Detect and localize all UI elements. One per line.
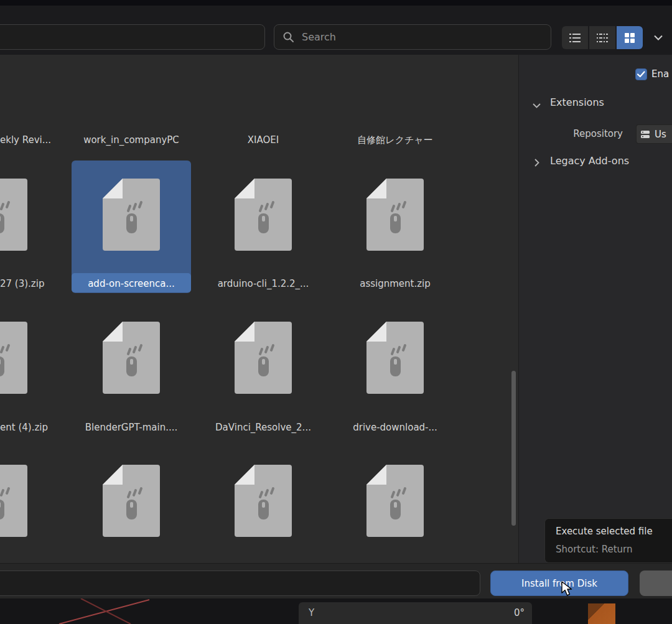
zip-file-icon[interactable]: [101, 177, 161, 252]
repository-label: Repository: [532, 129, 623, 139]
chevron-down-icon: [533, 103, 541, 108]
filename-input[interactable]: [0, 570, 480, 596]
thumbnail-view-icon: [624, 32, 635, 44]
file-label[interactable]: drive-download-...: [329, 421, 461, 434]
search-field: [274, 24, 551, 50]
file-label[interactable]: BlenderGPT-main....: [65, 421, 197, 434]
file-grid-area: ekly Revi... work_in_companyPC XIAOEI 自修…: [0, 55, 518, 563]
mouse-cursor: [561, 581, 575, 600]
repository-icon: [640, 129, 650, 139]
zip-file-icon[interactable]: [233, 320, 293, 395]
zip-file-icon[interactable]: [0, 177, 30, 252]
file-label[interactable]: 自修館レクチャー: [329, 134, 461, 146]
scrollbar[interactable]: [511, 371, 516, 526]
file-label[interactable]: XIAOEI: [197, 134, 329, 146]
file-browser-header: [0, 6, 672, 55]
repository-value: Us: [655, 129, 666, 140]
chevron-down-icon: [654, 35, 663, 40]
zip-file-icon[interactable]: [365, 463, 425, 538]
path-input[interactable]: [0, 24, 265, 50]
zip-file-icon[interactable]: [0, 320, 30, 395]
file-label[interactable]: work_in_companyPC: [65, 134, 197, 146]
enable-addon-checkbox[interactable]: [635, 68, 647, 80]
extensions-collapse-chevron[interactable]: [533, 99, 541, 111]
cancel-button-partial[interactable]: [640, 570, 672, 596]
display-settings-dropdown[interactable]: [647, 26, 670, 49]
file-label[interactable]: DaVinci_Resolve_2...: [197, 421, 329, 434]
install-from-disk-button[interactable]: Install from Disk: [490, 570, 628, 596]
zip-file-icon[interactable]: [365, 320, 425, 395]
blender-file-browser-window: ekly Revi... work_in_companyPC XIAOEI 自修…: [0, 0, 672, 624]
extensions-section-header[interactable]: Extensions: [550, 96, 604, 109]
enable-addon-label: Ena: [651, 68, 669, 80]
tooltip-title: Execute selected file: [556, 524, 672, 538]
repository-dropdown[interactable]: Us: [636, 124, 672, 144]
detail-list-view-icon: [596, 32, 609, 44]
tooltip: Execute selected file Shortcut: Return: [544, 518, 672, 563]
legacy-addons-section-header[interactable]: Legacy Add-ons: [550, 155, 629, 167]
detail-list-view-button[interactable]: [589, 26, 615, 49]
angle-value: 0°: [514, 607, 525, 618]
checkmark-icon: [637, 71, 645, 78]
zip-file-icon[interactable]: [233, 177, 293, 252]
file-label[interactable]: arduino-cli_1.2.2_...: [197, 277, 329, 290]
redo-panel-axis-field[interactable]: Y 0°: [299, 602, 532, 624]
file-label[interactable]: assignment.zip: [329, 277, 461, 290]
file-label-selected[interactable]: add-on-screenca...: [65, 277, 197, 290]
tooltip-shortcut: Shortcut: Return: [556, 543, 672, 556]
axis-label: Y: [309, 607, 314, 618]
viewport-object: [588, 603, 615, 624]
list-view-button[interactable]: [562, 26, 588, 49]
search-icon: [282, 31, 294, 45]
thumbnail-view-button[interactable]: [617, 26, 643, 49]
zip-file-icon[interactable]: [101, 320, 161, 395]
window-top-edge: [0, 0, 672, 6]
legacy-addons-collapse-chevron[interactable]: [534, 157, 539, 169]
zip-file-icon[interactable]: [0, 463, 30, 538]
zip-file-icon[interactable]: [101, 463, 161, 538]
list-view-icon: [569, 32, 581, 44]
viewport-axis-lines: [44, 598, 168, 624]
display-mode-buttons: [562, 26, 643, 49]
zip-file-icon[interactable]: [365, 177, 425, 252]
search-input[interactable]: [274, 24, 551, 50]
zip-file-icon[interactable]: [233, 463, 293, 538]
chevron-right-icon: [534, 159, 539, 167]
